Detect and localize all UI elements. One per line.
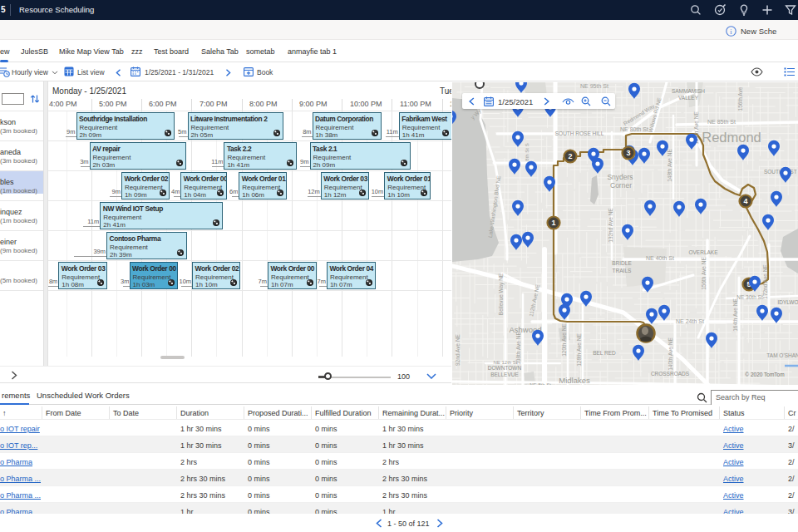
svg-text:NE 85th St: NE 85th St [707, 119, 736, 125]
svg-text:TRAILS: TRAILS [613, 268, 632, 273]
svg-text:DOWNTOWN: DOWNTOWN [488, 365, 522, 371]
svg-text:NE 80th St: NE 80th St [620, 126, 648, 132]
svg-text:VALLEY: VALLEY [678, 95, 699, 101]
svg-text:2: 2 [568, 152, 572, 160]
svg-text:SOUTH ROSE HILL: SOUTH ROSE HILL [555, 131, 604, 136]
svg-text:148th Ave NE: 148th Ave NE [667, 149, 672, 182]
svg-text:172nd Ave NE: 172nd Ave NE [762, 264, 768, 299]
svg-text:NE 40th St: NE 40th St [646, 255, 674, 261]
svg-text:Redmond: Redmond [702, 130, 761, 145]
svg-text:132nd Ave NE: 132nd Ave NE [608, 208, 613, 243]
svg-text:NE 12th St: NE 12th St [493, 360, 517, 365]
svg-text:Corner: Corner [610, 181, 632, 190]
svg-text:120th Ave NE: 120th Ave NE [561, 323, 567, 357]
svg-text:8th St S: 8th St S [525, 143, 530, 160]
svg-text:156th Ave: 156th Ave [737, 86, 743, 111]
svg-text:CROSSROADS: CROSSROADS [651, 371, 690, 377]
svg-text:164th Ave NE: 164th Ave NE [732, 298, 738, 332]
svg-text:BELLEVUE: BELLEVUE [490, 372, 519, 377]
svg-text:108th Ave NE: 108th Ave NE [515, 332, 521, 365]
svg-text:BRIDLE: BRIDLE [612, 260, 632, 266]
svg-text:Midlakes: Midlakes [559, 376, 590, 385]
svg-text:156th Ave NE: 156th Ave NE [701, 257, 707, 290]
svg-text:IDYLWO: IDYLWO [777, 299, 798, 305]
svg-text:Bellevue Way NE: Bellevue Way NE [498, 273, 505, 315]
svg-text:3: 3 [626, 149, 630, 157]
svg-text:Snyders: Snyders [607, 173, 633, 181]
svg-text:128th Ave NE: 128th Ave NE [576, 333, 582, 367]
svg-text:NE 30th St: NE 30th St [736, 294, 763, 300]
svg-text:BEL RED: BEL RED [593, 350, 616, 356]
svg-text:SAMMAMISH: SAMMAMISH [672, 88, 705, 94]
svg-text:TAM O'SHANT: TAM O'SHANT [766, 352, 798, 358]
svg-text:140th Ave NE: 140th Ave NE [667, 337, 673, 371]
svg-text:OVERLAKE: OVERLAKE [688, 249, 718, 255]
svg-text:4: 4 [743, 197, 747, 205]
svg-text:© 2020 TomTom: © 2020 TomTom [745, 372, 784, 377]
svg-text:i: i [730, 27, 732, 36]
svg-text:1: 1 [551, 219, 555, 227]
svg-text:92nd Ave NE: 92nd Ave NE [455, 333, 461, 365]
svg-text:NE 95th St: NE 95th St [580, 83, 608, 89]
svg-text:NE 8th St: NE 8th St [530, 382, 551, 385]
svg-text:NE 24th St: NE 24th St [676, 318, 704, 324]
